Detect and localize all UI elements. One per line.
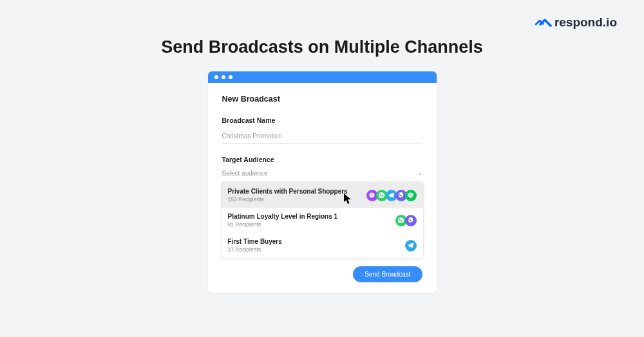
option-name: Private Clients with Personal Shoppers bbox=[228, 188, 348, 195]
option-count: 37 Recipients bbox=[228, 246, 282, 253]
channel-icons bbox=[366, 190, 417, 201]
channel-icons bbox=[395, 215, 417, 226]
target-audience-select[interactable]: Select audience ⌄ Private Clients with P… bbox=[222, 168, 422, 181]
broadcast-modal: New Broadcast Broadcast Name Target Audi… bbox=[208, 71, 437, 293]
audience-dropdown: Private Clients with Personal Shoppers 1… bbox=[221, 182, 424, 259]
window-titlebar bbox=[208, 71, 437, 83]
send-broadcast-button[interactable]: Send Broadcast bbox=[353, 266, 422, 282]
broadcast-name-label: Broadcast Name bbox=[222, 116, 422, 124]
chevron-down-icon: ⌄ bbox=[417, 170, 422, 177]
target-audience-label: Target Audience bbox=[222, 156, 422, 163]
brand-logo: respond.io bbox=[535, 15, 617, 30]
audience-option[interactable]: Platinum Loyalty Level in Regions 1 81 R… bbox=[222, 208, 423, 233]
respond-logo-icon bbox=[535, 17, 552, 28]
line-icon bbox=[405, 190, 417, 201]
viber-icon bbox=[405, 215, 417, 226]
brand-name: respond.io bbox=[554, 15, 617, 30]
channel-icons bbox=[405, 240, 417, 251]
mouse-cursor-icon bbox=[343, 193, 352, 205]
audience-option[interactable]: First Time Buyers 37 Recipients bbox=[222, 233, 423, 258]
option-count: 153 Recipients bbox=[228, 196, 348, 203]
select-placeholder: Select audience bbox=[222, 170, 268, 177]
audience-option[interactable]: Private Clients with Personal Shoppers 1… bbox=[222, 183, 423, 208]
telegram-icon bbox=[405, 240, 417, 251]
option-name: First Time Buyers bbox=[228, 238, 282, 245]
page-title: Send Broadcasts on Multiple Channels bbox=[0, 37, 644, 57]
option-name: Platinum Loyalty Level in Regions 1 bbox=[228, 213, 338, 220]
modal-title: New Broadcast bbox=[222, 95, 422, 104]
broadcast-name-input[interactable] bbox=[222, 131, 422, 144]
option-count: 81 Recipients bbox=[228, 221, 338, 228]
